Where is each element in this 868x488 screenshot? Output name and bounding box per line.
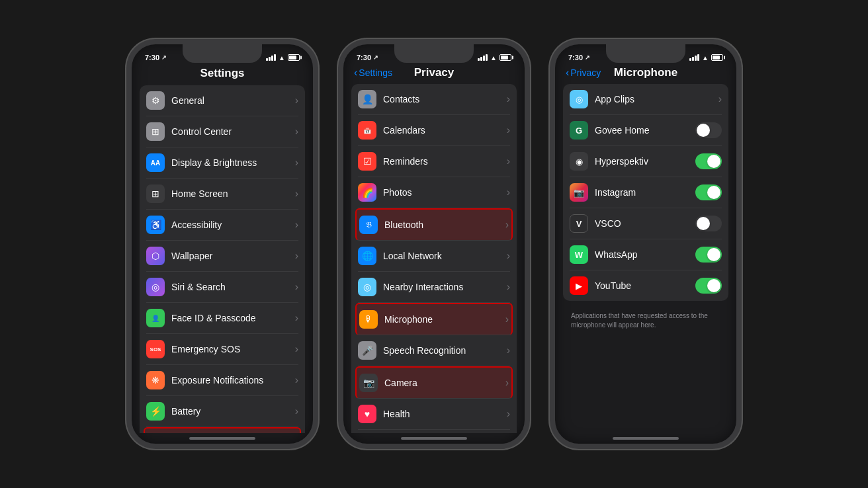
calendars-chevron <box>507 124 510 136</box>
settings-item-wallpaper[interactable]: ⬡ Wallpaper <box>146 241 298 272</box>
youtube-toggle[interactable] <box>695 278 722 294</box>
general-chevron <box>295 95 298 106</box>
whatsapp-toggle[interactable] <box>695 247 722 263</box>
settings-item-general[interactable]: ⚙ General <box>146 85 298 116</box>
privacy-item-research[interactable]: 🔬 Research Sensor & Usage Data <box>358 430 510 433</box>
faceid-label: Face ID & Passcode <box>171 313 295 323</box>
mic-item-instagram[interactable]: 📷 Instagram <box>570 177 722 208</box>
mic-group: ◎ App Clips G Govee Home ◉ Hyperspektiv <box>563 84 728 301</box>
general-label: General <box>171 95 295 106</box>
settings-item-control-center[interactable]: ⊞ Control Center <box>146 116 298 147</box>
settings-item-battery[interactable]: ⚡ Battery <box>146 396 298 427</box>
mic-item-whatsapp[interactable]: W WhatsApp <box>570 239 722 270</box>
time-1: 7:30 <box>145 54 159 61</box>
bluetooth-icon: 𝔅 <box>359 216 378 234</box>
accessibility-icon: ♿ <box>146 216 165 234</box>
camera-icon: 📷 <box>359 374 378 392</box>
settings-screen: ⚙ General ⊞ Control Center AA Display & … <box>132 85 313 433</box>
bluetooth-label: Bluetooth <box>384 220 505 230</box>
reminders-chevron <box>507 155 510 167</box>
instagram-icon: 📷 <box>570 183 588 202</box>
status-bar-2: 7:30 ↗ ▲ <box>343 47 525 64</box>
settings-item-display[interactable]: AA Display & Brightness <box>146 147 298 179</box>
general-icon: ⚙ <box>146 91 165 110</box>
govee-icon: G <box>570 121 588 140</box>
instagram-label: Instagram <box>595 187 695 198</box>
privacy-item-camera[interactable]: 📷 Camera <box>355 366 513 399</box>
whatsapp-label: WhatsApp <box>595 249 695 260</box>
calendars-label: Calendars <box>383 125 507 136</box>
home-screen-label: Home Screen <box>171 188 295 199</box>
control-center-icon: ⊞ <box>146 122 165 141</box>
vsco-toggle[interactable] <box>695 216 722 231</box>
privacy-list: 👤 Contacts 📅 Calendars ☑ Reminders 🌈 <box>343 84 525 433</box>
app-clips-label: App Clips <box>595 94 718 104</box>
mic-item-vsco[interactable]: V VSCO <box>570 208 722 239</box>
privacy-item-health[interactable]: ♥ Health <box>358 399 510 430</box>
phone-privacy: 7:30 ↗ ▲ ‹ Settings Privacy 👤 Contacts <box>338 39 530 449</box>
privacy-item-bluetooth[interactable]: 𝔅 Bluetooth <box>355 208 513 241</box>
page-title-3: Microphone <box>614 66 677 79</box>
reminders-icon: ☑ <box>358 152 376 171</box>
settings-item-privacy[interactable]: ✋ Privacy <box>144 427 301 433</box>
nav-bar-1: Settings <box>132 64 313 85</box>
settings-item-exposure[interactable]: ❋ Exposure Notifications <box>146 365 298 396</box>
display-chevron <box>295 157 298 169</box>
mic-item-youtube[interactable]: ▶ YouTube <box>570 270 722 301</box>
speech-chevron <box>507 345 510 356</box>
youtube-icon: ▶ <box>570 276 588 295</box>
control-center-chevron <box>295 126 298 138</box>
microphone-disclaimer: Applications that have requested access … <box>563 306 728 335</box>
page-title-1: Settings <box>142 67 302 80</box>
localnetwork-icon: 🌐 <box>358 247 376 265</box>
battery-icon: ⚡ <box>146 402 165 421</box>
govee-label: Govee Home <box>595 125 695 136</box>
privacy-item-speech[interactable]: 🎤 Speech Recognition <box>358 335 510 366</box>
back-button-2[interactable]: ‹ Settings <box>354 67 392 79</box>
back-button-3[interactable]: ‹ Privacy <box>566 67 601 79</box>
settings-item-emergency[interactable]: SOS Emergency SOS <box>146 334 298 365</box>
microphone-list: ◎ App Clips G Govee Home ◉ Hyperspektiv <box>555 84 736 335</box>
emergency-chevron <box>295 343 298 355</box>
phone-settings: 7:30 ↗ ▲ Settings ⚙ General <box>126 39 318 449</box>
display-icon: AA <box>146 153 165 172</box>
privacy-item-calendars[interactable]: 📅 Calendars <box>358 115 510 146</box>
camera-label: Camera <box>384 378 505 388</box>
speech-label: Speech Recognition <box>383 345 507 356</box>
mic-item-govee[interactable]: G Govee Home <box>570 115 722 146</box>
privacy-item-contacts[interactable]: 👤 Contacts <box>358 84 510 115</box>
camera-chevron <box>505 377 509 389</box>
settings-item-faceid[interactable]: 👤 Face ID & Passcode <box>146 303 298 334</box>
vsco-icon: V <box>570 214 588 233</box>
hyperspektiv-label: Hyperspektiv <box>595 156 695 167</box>
instagram-toggle[interactable] <box>695 184 722 200</box>
accessibility-label: Accessibility <box>171 220 295 230</box>
youtube-label: YouTube <box>595 280 695 291</box>
exposure-chevron <box>295 374 298 386</box>
health-chevron <box>507 408 510 420</box>
display-label: Display & Brightness <box>171 157 295 168</box>
privacy-item-microphone[interactable]: 🎙 Microphone <box>355 303 513 335</box>
privacy-item-nearby[interactable]: ◎ Nearby Interactions <box>358 272 510 303</box>
battery-icon-3 <box>711 54 723 61</box>
location-arrow-2: ↗ <box>373 54 378 61</box>
privacy-item-photos[interactable]: 🌈 Photos <box>358 177 510 208</box>
settings-item-home-screen[interactable]: ⊞ Home Screen <box>146 179 298 210</box>
mic-item-app-clips[interactable]: ◎ App Clips <box>570 84 722 115</box>
exposure-label: Exposure Notifications <box>171 375 295 386</box>
settings-item-siri[interactable]: ◎ Siri & Search <box>146 272 298 303</box>
hyperspektiv-toggle[interactable] <box>695 153 722 169</box>
mic-item-hyperspektiv[interactable]: ◉ Hyperspektiv <box>570 146 722 177</box>
privacy-item-localnetwork[interactable]: 🌐 Local Network <box>358 241 510 272</box>
govee-toggle[interactable] <box>695 122 722 138</box>
wifi-icon-3: ▲ <box>702 54 709 61</box>
settings-item-accessibility[interactable]: ♿ Accessibility <box>146 210 298 241</box>
phone-microphone: 7:30 ↗ ▲ ‹ Privacy Microphone ◎ App <box>550 39 742 449</box>
page-title-2: Privacy <box>414 66 455 79</box>
wallpaper-icon: ⬡ <box>146 247 165 265</box>
location-arrow-1: ↗ <box>161 54 167 61</box>
privacy-item-reminders[interactable]: ☑ Reminders <box>358 146 510 177</box>
location-arrow-3: ↗ <box>585 54 590 61</box>
vsco-label: VSCO <box>595 218 695 229</box>
time-2: 7:30 <box>357 54 371 61</box>
